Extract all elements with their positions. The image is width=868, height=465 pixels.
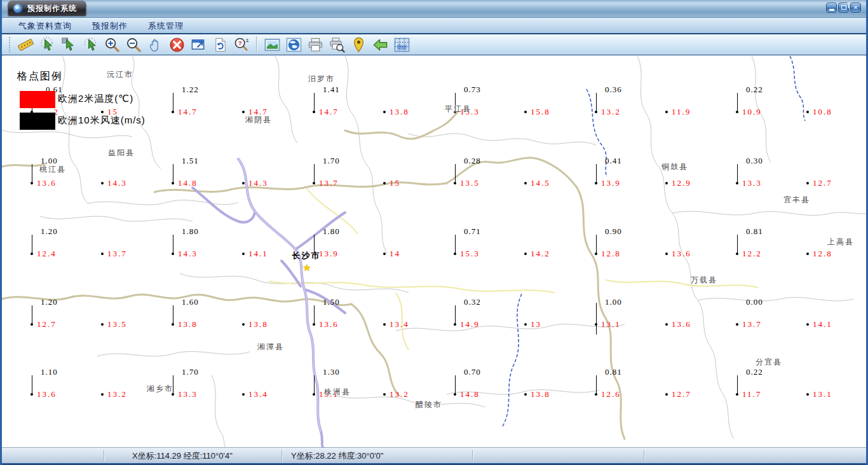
city-label: 万载县: [691, 275, 717, 286]
export-window-button[interactable]: [187, 35, 209, 54]
status-separator: [281, 450, 283, 461]
legend-label: 欧洲2米温度(℃): [58, 93, 133, 105]
temperature-value: 12.7: [37, 319, 57, 330]
city-label: 醴陵市: [416, 399, 442, 410]
wind-stick: [596, 375, 597, 394]
export-window-icon: [191, 37, 207, 53]
menu-weather-data-query[interactable]: 气象资料查询: [11, 19, 79, 33]
wind-speed-value: 0.90: [605, 226, 622, 237]
temperature-value: 14.9: [460, 319, 480, 330]
stop-button[interactable]: [166, 35, 187, 54]
select-pointer-rect-button[interactable]: [58, 35, 79, 54]
print-button[interactable]: [304, 35, 326, 54]
wind-stick: [32, 375, 32, 394]
wind-speed-value: 1.70: [323, 156, 340, 166]
print-preview-button[interactable]: [326, 35, 348, 54]
zoom-out-button[interactable]: [123, 35, 144, 54]
city-label: 平江县: [445, 104, 471, 115]
print-preview-icon: [329, 37, 345, 53]
temperature-value: 13.8: [248, 319, 268, 330]
city-label: 上高县: [827, 237, 854, 247]
pan-hand-button[interactable]: [144, 35, 166, 54]
city-label: 宜丰县: [783, 195, 810, 205]
stop-icon: [169, 37, 185, 53]
map-canvas[interactable]: .20.611514.71.2214.714.71.4113.813.30.73…: [2, 56, 868, 447]
grid-point-dot: [242, 323, 245, 326]
app-globe-icon: [13, 4, 23, 13]
location-pin-button[interactable]: [348, 35, 369, 54]
toolbar: ?±: [2, 34, 866, 55]
select-pointer-lasso-icon: [83, 37, 98, 53]
temperature-value: 14.3: [248, 178, 268, 188]
wind-speed-value: 1.30: [323, 367, 340, 377]
wind-speed-value: 1.20: [41, 297, 58, 307]
temperature-value: 13.6: [672, 319, 691, 330]
grid-point-dot: [806, 182, 809, 184]
select-pointer-dotted-button[interactable]: [36, 35, 58, 54]
minimize-button[interactable]: [826, 3, 837, 13]
wind-speed-value: 0.41: [605, 156, 622, 166]
menu-system-manage[interactable]: 系统管理: [140, 19, 191, 33]
grid-toggle-button[interactable]: [391, 35, 412, 54]
temperature-value: 10.9: [742, 107, 762, 117]
wind-stick: [737, 235, 738, 254]
wind-speed-value: 1.10: [41, 367, 58, 377]
grid-point-dot: [665, 393, 668, 396]
wind-stick: [173, 93, 173, 112]
temperature-value: 15.8: [531, 107, 550, 117]
help-zoom-button[interactable]: ?±: [231, 35, 252, 54]
wind-speed-value: 0.71: [464, 226, 481, 237]
grid-point-dot: [665, 323, 668, 326]
wind-stick: [314, 164, 315, 183]
city-label: 沅江市: [107, 69, 133, 80]
wind-speed-value: 0.73: [464, 85, 481, 95]
refresh-page-button[interactable]: [209, 35, 231, 54]
measure-ruler-button[interactable]: [15, 35, 36, 54]
select-pointer-lasso-button[interactable]: [79, 35, 101, 54]
status-y-coordinate: Y坐标:28.22 纬度:30°0'0": [291, 450, 383, 462]
restore-button[interactable]: [838, 3, 849, 13]
grid-point-dot: [101, 393, 104, 396]
wind-stick: [455, 164, 456, 183]
temperature-value: 13.2: [601, 107, 621, 117]
temperature-value: 14.3: [107, 178, 127, 188]
wind-stick: [596, 93, 597, 112]
app-window: 预报制作系统 ✕ 气象资料查询预报制作系统管理 ?±: [0, 0, 868, 465]
status-bar: X坐标:114.29 经度:110°0'4" Y坐标:28.22 纬度:30°0…: [2, 447, 866, 463]
grid-point-dot: [524, 111, 527, 113]
app-title: 预报制作系统: [27, 3, 77, 14]
temperature-value: 14.3: [178, 249, 198, 259]
temperature-value: 14: [390, 249, 400, 259]
temperature-value: 13.9: [319, 249, 339, 259]
temperature-value: 14.5: [531, 178, 550, 188]
select-pointer-dotted-icon: [39, 37, 55, 53]
wind-speed-value: 0.00: [746, 297, 763, 307]
city-label: 汨罗市: [308, 74, 335, 85]
temperature-value: 14.1: [248, 249, 268, 259]
temperature-value: 14.7: [319, 107, 339, 117]
temperature-value: 12.4: [37, 249, 57, 259]
zoom-in-button[interactable]: [101, 35, 123, 54]
wind-speed-value: 1.51: [182, 156, 199, 166]
image-view-button[interactable]: [261, 35, 283, 54]
svg-text:±: ±: [245, 37, 248, 43]
temperature-value: 13.7: [107, 249, 127, 259]
wind-stick: [173, 164, 173, 183]
legend-label: 欧洲10米风速(m/s): [58, 115, 146, 127]
legend-swatch: [20, 91, 55, 108]
temperature-value: 13.2: [107, 389, 127, 399]
temperature-value: 11.9: [672, 107, 691, 117]
location-pin-icon: [351, 37, 367, 53]
menu-forecast-make[interactable]: 预报制作: [85, 19, 135, 33]
wind-speed-value: 0.22: [746, 85, 763, 95]
temperature-value: 13.9: [601, 178, 621, 188]
close-button[interactable]: ✕: [850, 3, 861, 13]
grid-point-dot: [524, 323, 527, 326]
globe-view-button[interactable]: [283, 35, 304, 54]
app-tab[interactable]: 预报制作系统: [8, 1, 86, 16]
wind-stick: [32, 235, 32, 254]
toolbar-grip[interactable]: [8, 36, 11, 53]
temperature-value: 13.2: [390, 389, 409, 399]
menu-bar: 气象资料查询预报制作系统管理: [2, 18, 866, 33]
back-arrow-button[interactable]: [369, 35, 391, 54]
